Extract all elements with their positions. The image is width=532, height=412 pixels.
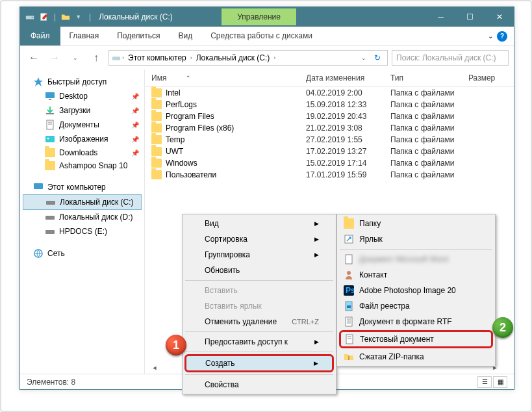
sub-text[interactable]: Текстовый документ <box>339 330 493 348</box>
file-row[interactable]: Program Files19.02.2019 20:43Папка с фай… <box>145 110 514 122</box>
quick-access[interactable]: Быстрый доступ <box>20 75 144 89</box>
file-row[interactable]: Intel04.02.2019 2:00Папка с файлами <box>145 87 514 99</box>
file-date: 17.02.2019 13:27 <box>306 147 390 156</box>
scroll-left[interactable]: ◄ <box>149 362 160 374</box>
manage-tab[interactable]: Управление <box>222 8 296 25</box>
sub-shortcut[interactable]: Ярлык <box>338 231 494 247</box>
header-size[interactable]: Размер <box>468 73 507 83</box>
home-tab[interactable]: Главная <box>60 27 108 45</box>
crumb-local-disk[interactable]: Локальный диск (C:) <box>194 52 273 64</box>
up-button[interactable]: ↑ <box>88 49 105 66</box>
details-view-button[interactable]: ☰ <box>477 376 492 388</box>
drive-small-icon <box>112 53 121 62</box>
ctx-refresh[interactable]: Обновить <box>184 263 335 278</box>
download-icon <box>45 105 55 116</box>
text-icon <box>344 334 355 344</box>
svg-point-1 <box>32 17 33 18</box>
header-name[interactable]: Имя⌃ <box>151 73 306 83</box>
sub-rtf[interactable]: Документ в формате RTF <box>338 314 494 329</box>
crumb-sep-icon[interactable]: › <box>190 55 192 61</box>
qat-dropdown[interactable]: ▼ <box>75 14 81 20</box>
close-button[interactable]: ✕ <box>485 7 514 27</box>
submenu-arrow-icon: ▶ <box>314 220 319 227</box>
crumb-this-pc[interactable]: Этот компьютер <box>125 52 189 64</box>
this-pc[interactable]: Этот компьютер <box>20 180 144 194</box>
header-type[interactable]: Тип <box>390 73 468 83</box>
refresh-icon[interactable]: ↻ <box>370 53 385 62</box>
ctx-undo[interactable]: Отменить удалениеCTRL+Z <box>184 314 335 329</box>
sub-zip[interactable]: Сжатая ZIP-папка <box>338 349 494 365</box>
downloads-ru-item[interactable]: Загрузки📌 <box>20 103 144 118</box>
sub-contact[interactable]: Контакт <box>338 267 494 283</box>
ctx-create[interactable]: Создать▶ <box>184 354 334 372</box>
addr-dropdown-icon[interactable]: ⌄ <box>359 55 369 61</box>
sub-registry[interactable]: Файл реестра <box>338 298 494 314</box>
forward-button[interactable]: → <box>46 49 63 66</box>
navigation-pane[interactable]: Быстрый доступ Desktop📌 Загрузки📌 Докуме… <box>20 70 145 374</box>
window-controls: ─ ☐ ✕ <box>426 7 514 27</box>
tools-tab[interactable]: Средства работы с дисками <box>201 27 322 45</box>
file-row[interactable]: Windows15.02.2019 17:14Папка с файлами <box>145 157 514 169</box>
file-row[interactable]: Пользователи17.01.2019 15:59Папка с файл… <box>145 169 514 181</box>
svg-rect-23 <box>347 305 351 308</box>
documents-item[interactable]: Документы📌 <box>20 118 144 132</box>
header-date[interactable]: Дата изменения <box>306 73 390 83</box>
folder-icon <box>45 161 55 170</box>
folder-icon[interactable] <box>61 12 70 21</box>
registry-icon <box>344 301 354 311</box>
file-row[interactable]: PerfLogs15.09.2018 12:33Папка с файлами <box>145 99 514 110</box>
drive-icon <box>25 12 34 21</box>
crumb-sep-icon[interactable]: › <box>273 55 275 61</box>
back-button[interactable]: ← <box>25 49 42 66</box>
hpdocs-item[interactable]: HPDOCS (E:) <box>20 224 144 238</box>
images-item[interactable]: Изображения📌 <box>20 132 144 146</box>
file-name: Program Files (x86) <box>166 123 234 133</box>
ctx-group[interactable]: Группировка▶ <box>184 247 335 263</box>
search-input[interactable]: Поиск: Локальный диск (C:) <box>392 50 509 66</box>
folder-icon <box>151 159 162 168</box>
sub-blurred[interactable]: Документ Microsoft Word <box>338 251 494 267</box>
rtf-icon <box>344 316 354 327</box>
network-icon <box>33 248 44 259</box>
file-date: 15.09.2018 12:33 <box>306 100 390 109</box>
local-d-item[interactable]: Локальный диск (D:) <box>20 210 144 224</box>
separator: | <box>54 12 56 21</box>
svg-rect-14 <box>45 216 55 220</box>
folder-icon <box>151 147 162 156</box>
view-tab[interactable]: Вид <box>169 27 201 45</box>
file-tab[interactable]: Файл <box>20 27 60 45</box>
props-icon[interactable] <box>40 12 49 21</box>
local-c-item[interactable]: Локальный диск (C:) <box>23 194 142 210</box>
sub-folder[interactable]: Папку <box>338 216 494 231</box>
folder-icon <box>151 135 162 144</box>
svg-rect-6 <box>46 113 54 114</box>
column-headers: Имя⌃ Дата изменения Тип Размер <box>145 70 514 87</box>
expand-ribbon-icon[interactable]: ⌄ <box>488 32 493 40</box>
ribbon-tabs: Файл Главная Поделиться Вид Средства раб… <box>20 27 514 46</box>
file-row[interactable]: Temp27.02.2019 1:55Папка с файлами <box>145 134 514 146</box>
ctx-view[interactable]: Вид▶ <box>184 216 335 231</box>
file-row[interactable]: Program Files (x86)21.02.2019 3:08Папка … <box>145 122 514 134</box>
file-name: Temp <box>166 135 184 144</box>
desktop-item[interactable]: Desktop📌 <box>20 89 144 103</box>
minimize-button[interactable]: ─ <box>426 7 455 27</box>
ctx-sort[interactable]: Сортировка▶ <box>184 231 335 247</box>
file-row[interactable]: UWT17.02.2019 13:27Папка с файлами <box>145 146 514 157</box>
downloads-item[interactable]: Downloads📌 <box>20 146 144 159</box>
titlebar[interactable]: | ▼ | Локальный диск (C:) Управление ─ ☐… <box>20 7 514 27</box>
ctx-give-access[interactable]: Предоставить доступ к▶ <box>184 334 335 350</box>
maximize-button[interactable]: ☐ <box>455 7 485 27</box>
network-item[interactable]: Сеть <box>20 246 144 261</box>
crumb-sep-icon[interactable]: › <box>122 55 124 61</box>
share-tab[interactable]: Поделиться <box>108 27 169 45</box>
separator <box>340 249 492 250</box>
ctx-properties[interactable]: Свойства <box>184 377 335 393</box>
sub-photoshop[interactable]: PsAdobe Photoshop Image 20 <box>338 283 494 298</box>
icons-view-button[interactable]: ▦ <box>493 376 507 388</box>
recent-dropdown[interactable]: ⌄ <box>67 49 84 66</box>
address-field[interactable]: › Этот компьютер › Локальный диск (C:) ›… <box>108 50 388 66</box>
zip-icon <box>344 352 354 362</box>
ashampoo-item[interactable]: Ashampoo Snap 10 <box>20 159 144 172</box>
help-icon[interactable]: ? <box>497 31 507 42</box>
svg-rect-31 <box>348 355 349 360</box>
